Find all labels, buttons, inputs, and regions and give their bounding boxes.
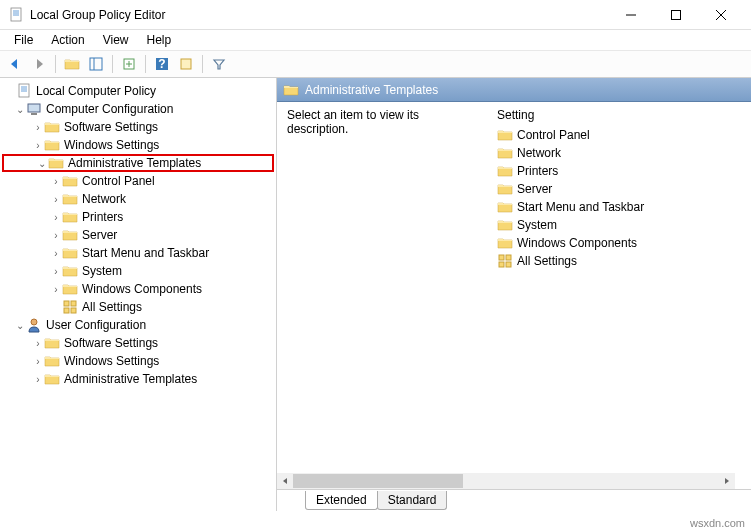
svg-text:?: ?	[158, 57, 165, 71]
horizontal-scrollbar[interactable]	[277, 473, 735, 489]
folder-icon	[62, 173, 78, 189]
tree-pane[interactable]: Local Computer Policy ⌄Computer Configur…	[0, 78, 277, 511]
details-pane: Administrative Templates Select an item …	[277, 78, 751, 511]
settings-list[interactable]: Setting Control Panel Network Printers S…	[497, 108, 741, 483]
tree-item[interactable]: ›Printers	[0, 208, 276, 226]
description-text: Select an item to view its description.	[287, 108, 477, 483]
tree-item[interactable]: ›Server	[0, 226, 276, 244]
svg-rect-19	[181, 59, 191, 69]
title-bar[interactable]: Local Group Policy Editor	[0, 0, 751, 30]
tree-computer-config[interactable]: ⌄Computer Configuration	[0, 100, 276, 118]
svg-rect-20	[28, 104, 40, 112]
list-item[interactable]: Printers	[497, 162, 741, 180]
folder-icon	[44, 137, 60, 153]
list-item[interactable]: Server	[497, 180, 741, 198]
list-item[interactable]: Control Panel	[497, 126, 741, 144]
toolbar: ?	[0, 50, 751, 78]
scroll-right-button[interactable]	[719, 473, 735, 489]
show-hide-tree-button[interactable]	[85, 53, 107, 75]
folder-icon	[497, 199, 513, 215]
tree-root[interactable]: Local Computer Policy	[0, 82, 276, 100]
watermark: wsxdn.com	[690, 517, 745, 529]
tree-item[interactable]: ›Windows Components	[0, 280, 276, 298]
tree-item[interactable]: ›Software Settings	[0, 334, 276, 352]
svg-rect-11	[671, 10, 680, 19]
folder-icon	[44, 119, 60, 135]
list-item[interactable]: Windows Components	[497, 234, 741, 252]
details-header: Administrative Templates	[277, 78, 751, 102]
folder-icon	[62, 209, 78, 225]
folder-icon	[497, 127, 513, 143]
folder-icon	[497, 181, 513, 197]
back-button[interactable]	[4, 53, 26, 75]
folder-icon	[497, 217, 513, 233]
tree-admin-templates[interactable]: ⌄Administrative Templates	[2, 154, 274, 172]
menu-action[interactable]: Action	[43, 31, 92, 49]
tree-item[interactable]: ›Start Menu and Taskbar	[0, 244, 276, 262]
list-item[interactable]: Network	[497, 144, 741, 162]
maximize-button[interactable]	[653, 0, 698, 29]
close-button[interactable]	[698, 0, 743, 29]
computer-icon	[26, 101, 42, 117]
scroll-thumb[interactable]	[293, 474, 463, 488]
tree-user-config[interactable]: ⌄User Configuration	[0, 316, 276, 334]
folder-icon	[283, 82, 299, 98]
tab-standard[interactable]: Standard	[377, 491, 448, 510]
menu-bar: File Action View Help	[0, 30, 751, 50]
menu-help[interactable]: Help	[139, 31, 180, 49]
scroll-track[interactable]	[293, 473, 719, 489]
forward-button[interactable]	[28, 53, 50, 75]
details-title: Administrative Templates	[305, 83, 438, 97]
folder-icon	[497, 163, 513, 179]
column-header[interactable]: Setting	[497, 108, 741, 122]
scroll-left-button[interactable]	[277, 473, 293, 489]
menu-file[interactable]: File	[6, 31, 41, 49]
folder-icon	[44, 371, 60, 387]
properties-button[interactable]	[175, 53, 197, 75]
app-icon	[8, 7, 24, 23]
tree-item[interactable]: ›Network	[0, 190, 276, 208]
folder-icon	[62, 281, 78, 297]
tree-item[interactable]: ›System	[0, 262, 276, 280]
allsettings-icon	[62, 299, 78, 315]
folder-icon	[44, 353, 60, 369]
folder-icon	[48, 155, 64, 171]
tab-extended[interactable]: Extended	[305, 491, 378, 510]
svg-rect-14	[90, 58, 102, 70]
tree-item[interactable]: ›Software Settings	[0, 118, 276, 136]
folder-icon	[497, 235, 513, 251]
folder-icon	[62, 245, 78, 261]
list-item[interactable]: All Settings	[497, 252, 741, 270]
folder-icon	[497, 145, 513, 161]
tree-item[interactable]: ›Windows Settings	[0, 352, 276, 370]
list-item[interactable]: Start Menu and Taskbar	[497, 198, 741, 216]
folder-icon	[62, 263, 78, 279]
folder-icon	[62, 227, 78, 243]
tree-item[interactable]: ›Control Panel	[0, 172, 276, 190]
folder-icon	[62, 191, 78, 207]
tree-item[interactable]: All Settings	[0, 298, 276, 316]
export-button[interactable]	[118, 53, 140, 75]
tab-bar: Extended Standard	[277, 489, 751, 511]
svg-rect-21	[31, 113, 37, 115]
folder-icon	[44, 335, 60, 351]
tree-item[interactable]: ›Administrative Templates	[0, 370, 276, 388]
tree-item[interactable]: ›Windows Settings	[0, 136, 276, 154]
up-button[interactable]	[61, 53, 83, 75]
policy-icon	[16, 83, 32, 99]
user-icon	[26, 317, 42, 333]
window-title: Local Group Policy Editor	[30, 8, 608, 22]
filter-button[interactable]	[208, 53, 230, 75]
menu-view[interactable]: View	[95, 31, 137, 49]
help-button[interactable]: ?	[151, 53, 173, 75]
allsettings-icon	[497, 253, 513, 269]
list-item[interactable]: System	[497, 216, 741, 234]
minimize-button[interactable]	[608, 0, 653, 29]
